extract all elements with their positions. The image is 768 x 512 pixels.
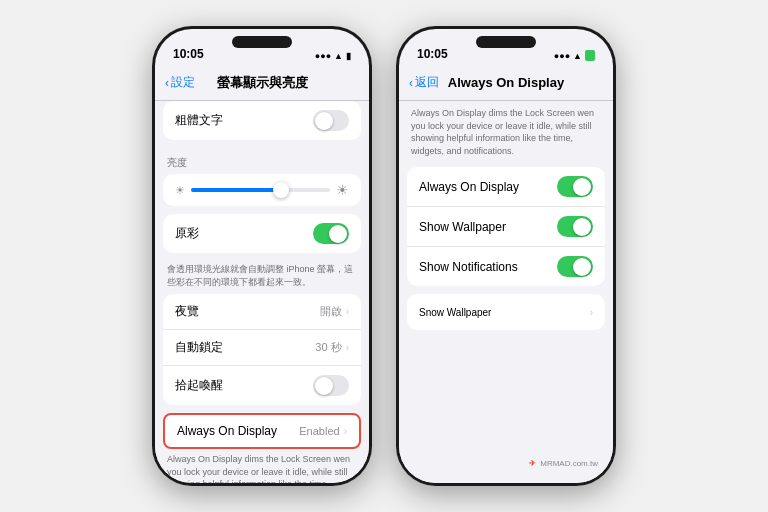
right-phone: 10:05 ●●● ▲ ▮ ‹ 返回 Always On Display Alw… xyxy=(396,26,616,486)
chevron-left-icon-r: ‹ xyxy=(409,76,413,90)
show-notifications-row[interactable]: Show Notifications xyxy=(407,247,605,286)
aod-toggle-label: Always On Display xyxy=(419,180,557,194)
brightness-fill xyxy=(191,188,281,192)
status-icons-left: ●●● ▲ ▮ xyxy=(315,51,351,61)
wifi-icon-r: ▲ xyxy=(573,51,582,61)
snow-wallpaper-label: Snow Wallpaper xyxy=(419,307,590,318)
show-notifications-label: Show Notifications xyxy=(419,260,557,274)
phone-container: 10:05 ●●● ▲ ▮ ‹ 設定 螢幕顯示與亮度 xyxy=(152,26,616,486)
time-left: 10:05 xyxy=(173,47,204,61)
chevron-right-icon-3: › xyxy=(344,426,347,437)
show-wallpaper-label: Show Wallpaper xyxy=(419,220,557,234)
dynamic-island-right xyxy=(476,36,536,48)
night-shift-value: 開啟 xyxy=(320,304,342,319)
brightness-section-label: 亮度 xyxy=(155,148,369,174)
time-right: 10:05 xyxy=(417,47,448,61)
toggle-knob-2 xyxy=(329,225,347,243)
night-shift-row[interactable]: 夜覽 開啟 › xyxy=(163,294,361,330)
nav-title-left: 螢幕顯示與亮度 xyxy=(217,74,308,92)
sun-small-icon: ☀ xyxy=(175,184,185,197)
aod-value: Enabled xyxy=(299,425,339,437)
chevron-right-snow: › xyxy=(590,307,593,318)
brightness-row[interactable]: ☀ ☀ xyxy=(163,174,361,206)
back-button-right[interactable]: ‹ 返回 xyxy=(409,74,439,91)
signal-icon-r: ●●● xyxy=(554,51,570,61)
right-content: Always On Display dims the Lock Screen w… xyxy=(399,101,613,483)
nav-bar-left: ‹ 設定 螢幕顯示與亮度 xyxy=(155,65,369,101)
raise-wake-toggle[interactable] xyxy=(313,375,349,396)
bold-text-row[interactable]: 粗體文字 xyxy=(163,101,361,140)
truetone-label: 原彩 xyxy=(175,225,313,242)
truetone-toggle[interactable] xyxy=(313,223,349,244)
left-content: 粗體文字 亮度 ☀ ☀ xyxy=(155,101,369,483)
aod-toggles-group: Always On Display Show Wallpaper Show No… xyxy=(407,167,605,286)
chevron-right-icon: › xyxy=(346,306,349,317)
aod-desc: Always On Display dims the Lock Screen w… xyxy=(155,451,369,483)
bold-text-label: 粗體文字 xyxy=(175,112,313,129)
back-button-left[interactable]: ‹ 設定 xyxy=(165,74,195,91)
aod-info-text: Always On Display dims the Lock Screen w… xyxy=(399,101,613,167)
branding: ✈ MRMAD.com.tw xyxy=(529,459,598,468)
nav-title-right: Always On Display xyxy=(448,75,564,90)
brightness-group: ☀ ☀ xyxy=(163,174,361,206)
show-wallpaper-toggle[interactable] xyxy=(557,216,593,237)
raise-wake-row[interactable]: 拾起喚醒 xyxy=(163,366,361,405)
right-screen: 10:05 ●●● ▲ ▮ ‹ 返回 Always On Display Alw… xyxy=(399,29,613,483)
battery-icon-r: ▮ xyxy=(585,50,595,61)
back-label-right: 返回 xyxy=(415,74,439,91)
signal-icon: ●●● xyxy=(315,51,331,61)
left-screen: 10:05 ●●● ▲ ▮ ‹ 設定 螢幕顯示與亮度 xyxy=(155,29,369,483)
auto-lock-label: 自動鎖定 xyxy=(175,339,315,356)
sun-large-icon: ☀ xyxy=(336,182,349,198)
snow-wallpaper-row[interactable]: Snow Wallpaper › xyxy=(407,294,605,330)
status-icons-right: ●●● ▲ ▮ xyxy=(554,50,595,61)
bold-text-toggle[interactable] xyxy=(313,110,349,131)
aod-toggle-row[interactable]: Always On Display xyxy=(407,167,605,207)
aod-label: Always On Display xyxy=(177,424,299,438)
brightness-thumb xyxy=(273,182,289,198)
nav-bar-right: ‹ 返回 Always On Display xyxy=(399,65,613,101)
mrmad-text: MRMAD.com.tw xyxy=(540,459,598,468)
night-shift-label: 夜覽 xyxy=(175,303,320,320)
snow-wallpaper-group: Snow Wallpaper › xyxy=(407,294,605,330)
toggle-knob xyxy=(315,112,333,130)
dynamic-island-left xyxy=(232,36,292,48)
toggle-knob-aod xyxy=(573,178,591,196)
auto-lock-row[interactable]: 自動鎖定 30 秒 › xyxy=(163,330,361,366)
mrmad-logo: ✈ xyxy=(529,459,536,468)
chevron-right-icon-2: › xyxy=(346,342,349,353)
brightness-slider[interactable] xyxy=(191,188,330,192)
truetone-row[interactable]: 原彩 xyxy=(163,214,361,253)
battery-icon: ▮ xyxy=(346,51,351,61)
toggle-knob-notif xyxy=(573,258,591,276)
toggle-knob-3 xyxy=(315,377,333,395)
display-options-group: 夜覽 開啟 › 自動鎖定 30 秒 › 拾起喚醒 xyxy=(163,294,361,405)
aod-highlighted-row[interactable]: Always On Display Enabled › xyxy=(163,413,361,449)
truetone-desc: 會透用環境光線就會自動調整 iPhone 螢幕，這些彩在不同的環境下都看起來一致… xyxy=(155,261,369,294)
chevron-left-icon: ‹ xyxy=(165,76,169,90)
text-size-group: 粗體文字 xyxy=(163,101,361,140)
auto-lock-value: 30 秒 xyxy=(315,340,341,355)
left-phone: 10:05 ●●● ▲ ▮ ‹ 設定 螢幕顯示與亮度 xyxy=(152,26,372,486)
show-wallpaper-row[interactable]: Show Wallpaper xyxy=(407,207,605,247)
back-label-left: 設定 xyxy=(171,74,195,91)
toggle-knob-wp xyxy=(573,218,591,236)
show-notifications-toggle[interactable] xyxy=(557,256,593,277)
raise-wake-label: 拾起喚醒 xyxy=(175,377,313,394)
wifi-icon: ▲ xyxy=(334,51,343,61)
aod-toggle-switch[interactable] xyxy=(557,176,593,197)
truetone-group: 原彩 xyxy=(163,214,361,253)
